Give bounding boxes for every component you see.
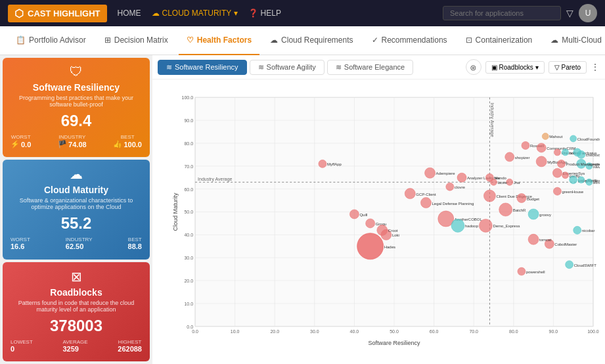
best-label: BEST <box>113 134 142 140</box>
svg-text:70.0: 70.0 <box>469 329 478 334</box>
nav-home[interactable]: HOME <box>118 9 141 18</box>
svg-point-55 <box>522 141 529 149</box>
cloud-maturity-label: CLOUD MATURITY <box>162 9 232 18</box>
tab-multi-cloud-label: Multi-Cloud <box>562 35 602 45</box>
svg-point-119 <box>420 198 431 208</box>
svg-text:CobolMaster: CobolMaster <box>554 242 577 246</box>
svg-point-89 <box>573 226 581 234</box>
cloud-maturity-stats: WORST 16.6 INDUSTRY 62.50 BEST 88.8 <box>11 237 142 250</box>
svg-text:CloudSWIFT: CloudSWIFT <box>574 263 597 267</box>
search-area: ▽ U <box>443 4 597 22</box>
rb-lowest: LOWEST 0 <box>11 339 33 353</box>
svg-text:Software Resiliency: Software Resiliency <box>369 340 421 346</box>
user-avatar[interactable]: U <box>579 4 597 22</box>
roadblocks-desc: Patterns found in code that reduce the c… <box>11 300 142 313</box>
svg-text:nicobar: nicobar <box>582 229 595 233</box>
svg-text:efmvc: efmvc <box>593 181 600 185</box>
rb-icon: ▣ <box>491 64 497 71</box>
svg-point-101 <box>425 168 436 178</box>
svg-text:50.0: 50.0 <box>390 329 399 334</box>
pareto-btn[interactable]: ▽ Pareto <box>549 61 587 74</box>
svg-text:0.0: 0.0 <box>187 325 193 329</box>
main-content: 🛡 Software Resiliency Programming best p… <box>0 55 605 364</box>
cm-best: BEST 88.8 <box>128 237 142 250</box>
cloud-req-icon: ☁ <box>270 35 278 45</box>
roadblocks-icon: ⊠ <box>11 269 142 284</box>
sr-tab-label: Software Resiliency <box>175 63 238 71</box>
svg-text:Demo_Express: Demo_Express <box>493 224 520 228</box>
reco-icon: ✓ <box>372 35 378 45</box>
svg-text:90.0: 90.0 <box>184 118 193 123</box>
filter-icon[interactable]: ▽ <box>566 8 573 18</box>
svg-text:Hades: Hades <box>384 245 395 249</box>
svg-text:GCP-Client: GCP-Client <box>416 193 436 196</box>
svg-text:Mahout: Mahout <box>549 135 562 139</box>
tab-recommendations[interactable]: ✓ Recommendations <box>364 26 455 55</box>
svg-point-103 <box>457 173 466 182</box>
svg-point-109 <box>490 179 497 185</box>
cloud-maturity-card: ☁ Cloud Maturity Software & organization… <box>3 160 150 259</box>
svg-point-127 <box>451 219 464 232</box>
svg-point-131 <box>349 210 359 219</box>
second-navigation: 📋 Portfolio Advisor ⊞ Decision Matrix ♡ … <box>0 26 605 55</box>
tab-software-elegance[interactable]: ≋ Software Elegance <box>327 60 413 75</box>
resiliency-desc: Programming best practices that make you… <box>11 95 142 108</box>
sr-tab-icon: ≋ <box>166 63 172 72</box>
svg-point-59 <box>554 149 560 156</box>
svg-text:20.0: 20.0 <box>184 279 193 283</box>
svg-point-117 <box>517 194 526 203</box>
svg-text:30.0: 30.0 <box>184 256 193 260</box>
tab-multi-cloud[interactable]: ☁ Multi-Cloud <box>543 26 605 55</box>
svg-text:Adempiere: Adempiere <box>436 171 456 175</box>
target-btn[interactable]: ◎ <box>466 59 482 75</box>
left-panel: 🛡 Software Resiliency Programming best p… <box>0 55 152 364</box>
svg-text:10.0: 10.0 <box>184 302 193 306</box>
svg-text:clovre: clovre <box>455 185 466 189</box>
menu-dots[interactable]: ⋮ <box>591 62 600 72</box>
resiliency-title: Software Resiliency <box>11 82 142 93</box>
svg-point-87 <box>553 187 561 195</box>
svg-point-53 <box>570 135 577 142</box>
tab-portfolio-advisor[interactable]: 📋 Portfolio Advisor <box>8 26 94 55</box>
svg-text:50.0: 50.0 <box>184 210 193 214</box>
svg-text:hadoop: hadoop <box>465 224 479 228</box>
search-input[interactable] <box>443 6 561 20</box>
svg-text:10.0: 10.0 <box>231 329 240 334</box>
top-navigation: ⬡ CAST HIGHLIGHT HOME ☁ CLOUD MATURITY ▾… <box>0 0 605 26</box>
tab-health-factors[interactable]: ♡ Health Factors <box>179 26 259 55</box>
svg-text:MyffApp: MyffApp <box>327 162 342 166</box>
logo-icon: ⬡ <box>14 7 24 20</box>
pareto-icon: ▽ <box>554 64 560 71</box>
svg-point-97 <box>528 234 539 244</box>
tab-decision-matrix[interactable]: ⊞ Decision Matrix <box>97 26 176 55</box>
nav-cloud-maturity[interactable]: ☁ CLOUD MATURITY ▾ <box>152 9 238 18</box>
tab-software-resiliency[interactable]: ≋ Software Resiliency <box>158 60 247 75</box>
svg-point-115 <box>483 190 495 202</box>
svg-text:40.0: 40.0 <box>350 329 359 334</box>
svg-text:70.0: 70.0 <box>184 164 193 169</box>
svg-point-51 <box>542 133 549 139</box>
rb-highest: HIGHEST 262088 <box>118 339 142 353</box>
tab-cloud-req-label: Cloud Requirements <box>281 35 353 45</box>
svg-text:90.0: 90.0 <box>549 329 558 334</box>
svg-point-93 <box>566 261 573 269</box>
svg-text:30.0: 30.0 <box>310 329 319 334</box>
svg-text:60.0: 60.0 <box>430 329 439 334</box>
nav-help[interactable]: ❓ HELP <box>248 9 281 18</box>
tab-containerization[interactable]: ⊡ Containerization <box>458 26 541 55</box>
portfolio-icon: 📋 <box>16 35 26 45</box>
roadblocks-value: 378003 <box>11 317 142 335</box>
tab-cloud-requirements[interactable]: ☁ Cloud Requirements <box>262 26 361 55</box>
svg-point-113 <box>405 189 415 199</box>
tab-software-agility[interactable]: ≋ Software Agility <box>250 60 325 75</box>
svg-text:BatchR: BatchR <box>513 208 526 212</box>
resiliency-worst: WORST ⚡0.0 <box>11 134 31 148</box>
roadblocks-btn[interactable]: ▣ Roadblocks ▾ <box>485 61 545 74</box>
multi-cloud-icon: ☁ <box>550 35 558 45</box>
svg-text:Budget: Budget <box>527 197 539 201</box>
svg-point-107 <box>506 179 513 185</box>
svg-point-75 <box>558 160 566 168</box>
roadblocks-card: ⊠ Roadblocks Patterns found in code that… <box>3 262 150 361</box>
sa-tab-icon: ≋ <box>258 63 264 72</box>
cloud-maturity-arrow: ▾ <box>234 9 238 18</box>
